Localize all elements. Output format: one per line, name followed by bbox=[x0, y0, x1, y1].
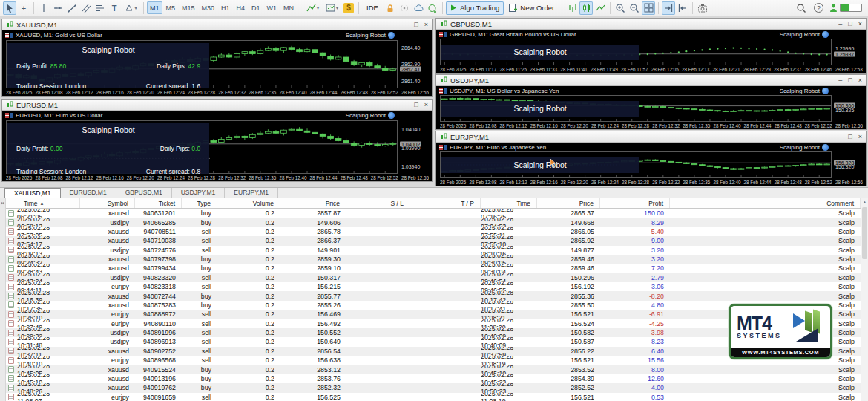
cell-profit: 4.80 bbox=[600, 301, 670, 310]
minimize-button[interactable]: – bbox=[404, 22, 408, 28]
shapes-tool-icon[interactable]: ▾ bbox=[122, 1, 140, 15]
indicators-icon[interactable]: ▾ bbox=[303, 1, 322, 15]
algo-trading-button[interactable]: Algo Trading bbox=[446, 1, 504, 15]
tab-usdjpy-m1[interactable]: USDJPY,M1 bbox=[172, 188, 226, 198]
column-header-profit[interactable]: Profit bbox=[600, 198, 670, 208]
close-button[interactable]: × bbox=[858, 134, 862, 140]
new-order-button[interactable]: New Order bbox=[504, 1, 559, 15]
close-button[interactable]: × bbox=[858, 77, 862, 84]
cursor-tool-icon[interactable] bbox=[3, 1, 16, 15]
history-row[interactable]: 2025.02.28 10:45:05xauusd940915524buy0.2… bbox=[6, 365, 861, 374]
timeframe-w1[interactable]: W1 bbox=[264, 1, 280, 14]
screenshot-icon[interactable] bbox=[696, 1, 709, 15]
community-icon[interactable] bbox=[426, 1, 439, 15]
buy-order-icon bbox=[8, 301, 14, 308]
scrollbar-thumb[interactable] bbox=[862, 207, 867, 259]
history-row[interactable]: 2025.02.28 08:09:13usdjpy940724576sell0.… bbox=[6, 246, 861, 255]
timeframe-d1[interactable]: D1 bbox=[249, 1, 263, 14]
history-row[interactable]: 2025.02.28 07:53:05xauusd940708511sell0.… bbox=[6, 227, 861, 236]
tab-gbpusd-m1[interactable]: GBPUSD,M1 bbox=[116, 188, 172, 198]
candlestick-chart-type-icon[interactable] bbox=[579, 1, 593, 15]
maximize-button[interactable]: □ bbox=[414, 102, 418, 108]
table-scrollbar[interactable]: ▲ bbox=[861, 198, 868, 401]
minimize-button[interactable]: – bbox=[838, 134, 842, 140]
history-row[interactable]: 2025.02.28 06:21:05xauusd940631201buy0.2… bbox=[6, 209, 861, 218]
column-header-type[interactable]: Type bbox=[182, 198, 217, 208]
timeframe-m1[interactable]: M1 bbox=[147, 1, 162, 14]
bar-chart-type-icon[interactable] bbox=[565, 1, 579, 15]
minimize-button[interactable]: – bbox=[838, 21, 842, 27]
scroll-up-icon[interactable]: ▲ bbox=[861, 198, 868, 206]
ide-button[interactable]: IDE bbox=[362, 1, 383, 15]
cell-comment: Scalp bbox=[670, 236, 861, 245]
timeframe-h1[interactable]: H1 bbox=[218, 1, 233, 14]
chart-shift-icon[interactable] bbox=[676, 1, 689, 15]
history-row[interactable]: 2025.02.28 09:24:32xauusd940797398buy0.2… bbox=[6, 255, 861, 264]
tab-eurusd-m1[interactable]: EURUSD,M1 bbox=[61, 188, 116, 198]
line-chart-type-icon[interactable] bbox=[594, 1, 607, 15]
window-titlebar[interactable]: XAUUSD,M1 – □ × bbox=[2, 19, 432, 30]
maximize-button[interactable]: □ bbox=[848, 77, 852, 84]
history-row[interactable]: 2025.02.28 10:45:10xauusd940913196buy0.2… bbox=[6, 374, 861, 383]
column-header-cprice[interactable]: Price bbox=[537, 198, 600, 208]
history-row[interactable]: 2025.02.28 09:28:43xauusd940799434buy0.2… bbox=[6, 264, 861, 273]
timeframe-m5[interactable]: M5 bbox=[163, 1, 179, 14]
maximize-button[interactable]: □ bbox=[848, 134, 852, 140]
account-icon bbox=[829, 4, 838, 13]
history-row[interactable]: 2025.02.28 07:54:17xauusd940710038sell0.… bbox=[6, 236, 861, 245]
maximize-button[interactable]: □ bbox=[414, 22, 418, 28]
cloud-icon[interactable] bbox=[412, 1, 425, 15]
market-icon[interactable]: $ bbox=[342, 1, 355, 15]
crosshair-tool-icon[interactable]: + bbox=[17, 1, 30, 15]
auto-scroll-icon[interactable] bbox=[662, 1, 675, 15]
window-titlebar[interactable]: GBPUSD,M1 – □ × bbox=[436, 19, 866, 30]
column-header-time[interactable]: Time▲ bbox=[6, 198, 80, 208]
template-icon[interactable]: ▾ bbox=[323, 1, 341, 15]
column-header-tp[interactable]: T / P bbox=[410, 198, 481, 208]
column-header-symbol[interactable]: Symbol bbox=[80, 198, 135, 208]
column-header-ctime[interactable]: Time bbox=[481, 198, 537, 208]
close-button[interactable]: × bbox=[858, 21, 862, 27]
close-button[interactable]: × bbox=[424, 22, 428, 28]
search-icon[interactable] bbox=[795, 1, 808, 15]
trendline-tool-icon[interactable] bbox=[65, 1, 79, 15]
history-row[interactable]: 2025.02.28 10:16:39xauusd940872744buy0.2… bbox=[6, 291, 861, 300]
timeframe-h4[interactable]: H4 bbox=[234, 1, 249, 14]
panel-close-button[interactable]: × bbox=[1, 200, 4, 206]
zoom-in-icon[interactable] bbox=[614, 1, 627, 15]
window-titlebar[interactable]: EURUSD,M1 – □ × bbox=[2, 100, 432, 111]
column-header-ticket[interactable]: Ticket bbox=[135, 198, 182, 208]
zoom-out-icon[interactable] bbox=[628, 1, 641, 15]
minimize-button[interactable]: – bbox=[404, 102, 408, 108]
timeframe-m30[interactable]: M30 bbox=[199, 1, 218, 14]
window-titlebar[interactable]: USDJPY,M1 – □ × bbox=[436, 75, 866, 86]
tab-eurjpy-m1[interactable]: EURJPY,M1 bbox=[225, 188, 278, 198]
timeframe-m15[interactable]: M15 bbox=[179, 1, 198, 14]
tile-windows-icon[interactable] bbox=[642, 1, 655, 15]
minimize-button[interactable]: – bbox=[838, 77, 842, 84]
column-header-vol[interactable]: Volume bbox=[217, 198, 280, 208]
window-titlebar[interactable]: EURJPY,M1 – □ × bbox=[436, 131, 866, 143]
history-row[interactable]: 2025.02.28 09:44:11eurjpy940823318sell0.… bbox=[6, 282, 861, 291]
fibonacci-tool-icon[interactable] bbox=[93, 1, 107, 15]
price-axis: 150.325150.360 bbox=[832, 95, 866, 122]
column-header-sl[interactable]: S / L bbox=[346, 198, 410, 208]
history-row[interactable]: 2025.02.28 09:43:24usdjpy940823320sell0.… bbox=[6, 273, 861, 282]
timeframe-mn[interactable]: MN bbox=[280, 1, 297, 14]
lock-icon[interactable] bbox=[384, 1, 397, 15]
column-header-comment[interactable]: Comment bbox=[670, 198, 861, 208]
history-row[interactable]: 2025.02.28 11:08:07eurjpy940891659sell0.… bbox=[6, 393, 861, 401]
vertical-line-tool-icon[interactable] bbox=[37, 1, 50, 15]
channel-tool-icon[interactable] bbox=[79, 1, 93, 15]
maximize-button[interactable]: □ bbox=[848, 21, 852, 27]
tab-xauusd-m1[interactable]: XAUUSD,M1 bbox=[4, 188, 61, 198]
cell-vol: 0.2 bbox=[217, 328, 280, 337]
text-tool-icon[interactable]: T bbox=[108, 1, 121, 15]
close-button[interactable]: × bbox=[424, 102, 428, 108]
horizontal-line-tool-icon[interactable] bbox=[51, 1, 65, 15]
help-icon[interactable]: ? bbox=[814, 3, 823, 13]
history-row[interactable]: 2025.02.28 06:58:13usdjpy940665285buy0.2… bbox=[6, 218, 861, 226]
history-row[interactable]: 2025.02.28 10:48:26xauusd940919762buy0.2… bbox=[6, 383, 861, 392]
signal-icon[interactable] bbox=[398, 1, 411, 15]
column-header-price[interactable]: Price bbox=[280, 198, 346, 208]
